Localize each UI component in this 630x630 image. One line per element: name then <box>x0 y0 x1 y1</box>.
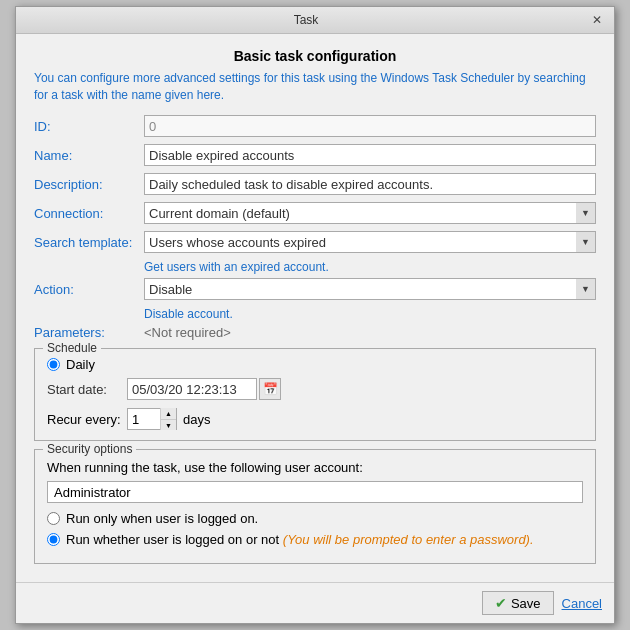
search-template-label: Search template: <box>34 235 144 250</box>
security-user-input[interactable] <box>47 481 583 503</box>
close-button[interactable]: ✕ <box>588 13 606 27</box>
id-row: ID: <box>34 115 596 137</box>
search-template-select-wrapper: Users whose accounts expired ▼ <box>144 231 596 253</box>
parameters-label: Parameters: <box>34 325 144 340</box>
dialog-footer: ✔ Save Cancel <box>16 582 614 623</box>
spin-up-button[interactable]: ▲ <box>160 408 176 420</box>
id-label: ID: <box>34 119 144 134</box>
security-legend: Security options <box>43 442 136 456</box>
radio1-label: Run only when user is logged on. <box>66 511 258 526</box>
radio2-row: Run whether user is logged on or not (Yo… <box>47 532 583 547</box>
search-template-hint: Get users with an expired account. <box>144 260 596 274</box>
daily-label: Daily <box>66 357 95 372</box>
start-date-label: Start date: <box>47 382 127 397</box>
save-label: Save <box>511 596 541 611</box>
id-input[interactable] <box>144 115 596 137</box>
search-template-select[interactable]: Users whose accounts expired <box>144 231 596 253</box>
description-input[interactable] <box>144 173 596 195</box>
action-select-wrapper: Disable ▼ <box>144 278 596 300</box>
start-date-row: Start date: 📅 <box>47 378 583 400</box>
title-bar: Task ✕ <box>16 7 614 34</box>
recur-row: Recur every: ▲ ▼ days <box>47 408 583 430</box>
connection-select-wrapper: Current domain (default) ▼ <box>144 202 596 224</box>
spin-down-button[interactable]: ▼ <box>160 420 176 431</box>
info-text: You can configure more advanced settings… <box>34 70 596 104</box>
radio1[interactable] <box>47 512 60 525</box>
dialog-window: Task ✕ Basic task configuration You can … <box>15 6 615 625</box>
radio1-row: Run only when user is logged on. <box>47 511 583 526</box>
radio2-label: Run whether user is logged on or not <box>66 532 279 547</box>
action-row: Action: Disable ▼ <box>34 278 596 300</box>
daily-radio-row: Daily <box>47 357 583 372</box>
when-running-label: When running the task, use the following… <box>47 460 583 475</box>
spin-buttons: ▲ ▼ <box>160 408 176 430</box>
action-hint: Disable account. <box>144 307 596 321</box>
start-date-input[interactable] <box>127 378 257 400</box>
search-template-row: Search template: Users whose accounts ex… <box>34 231 596 253</box>
name-label: Name: <box>34 148 144 163</box>
cancel-button[interactable]: Cancel <box>562 596 602 611</box>
description-row: Description: <box>34 173 596 195</box>
connection-label: Connection: <box>34 206 144 221</box>
action-label: Action: <box>34 282 144 297</box>
save-button[interactable]: ✔ Save <box>482 591 554 615</box>
dialog-body: Basic task configuration You can configu… <box>16 34 614 583</box>
recur-suffix: days <box>183 412 210 427</box>
parameters-value: <Not required> <box>144 325 231 340</box>
calendar-button[interactable]: 📅 <box>259 378 281 400</box>
description-label: Description: <box>34 177 144 192</box>
recur-spinner: ▲ ▼ <box>127 408 177 430</box>
name-input[interactable] <box>144 144 596 166</box>
action-select[interactable]: Disable <box>144 278 596 300</box>
schedule-legend: Schedule <box>43 341 101 355</box>
dialog-title: Basic task configuration <box>34 48 596 64</box>
name-row: Name: <box>34 144 596 166</box>
connection-row: Connection: Current domain (default) ▼ <box>34 202 596 224</box>
save-check-icon: ✔ <box>495 595 507 611</box>
daily-radio[interactable] <box>47 358 60 371</box>
radio2-italic-label: (You will be prompted to enter a passwor… <box>283 532 534 547</box>
radio2[interactable] <box>47 533 60 546</box>
recur-label: Recur every: <box>47 412 127 427</box>
title-bar-label: Task <box>294 13 319 27</box>
schedule-section: Schedule Daily Start date: 📅 Recur every… <box>34 348 596 441</box>
connection-select[interactable]: Current domain (default) <box>144 202 596 224</box>
recur-input[interactable] <box>128 409 160 429</box>
security-section: Security options When running the task, … <box>34 449 596 564</box>
parameters-row: Parameters: <Not required> <box>34 325 596 340</box>
